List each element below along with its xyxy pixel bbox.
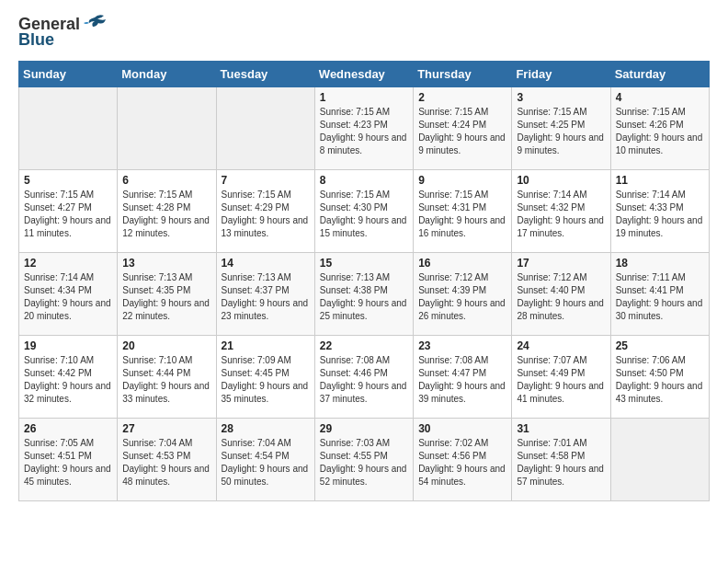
day-number: 25 [616, 339, 704, 352]
calendar-day-cell: 27Sunrise: 7:04 AM Sunset: 4:53 PM Dayli… [118, 419, 216, 501]
day-info: Sunrise: 7:15 AM Sunset: 4:30 PM Dayligh… [320, 189, 408, 240]
weekday-header-sunday: Sunday [19, 62, 118, 87]
calendar-week-row: 19Sunrise: 7:10 AM Sunset: 4:42 PM Dayli… [19, 336, 710, 419]
day-number: 22 [320, 339, 408, 352]
day-number: 21 [222, 339, 310, 352]
day-number: 26 [24, 422, 112, 435]
calendar-day-cell: 2Sunrise: 7:15 AM Sunset: 4:24 PM Daylig… [414, 87, 512, 170]
day-info: Sunrise: 7:15 AM Sunset: 4:24 PM Dayligh… [418, 106, 506, 157]
weekday-header-saturday: Saturday [610, 62, 709, 87]
calendar-day-cell [118, 87, 216, 170]
calendar-header-row: SundayMondayTuesdayWednesdayThursdayFrid… [19, 62, 710, 87]
day-info: Sunrise: 7:04 AM Sunset: 4:54 PM Dayligh… [222, 437, 310, 488]
calendar-week-row: 5Sunrise: 7:15 AM Sunset: 4:27 PM Daylig… [19, 170, 710, 253]
day-info: Sunrise: 7:10 AM Sunset: 4:42 PM Dayligh… [24, 354, 112, 406]
calendar-day-cell: 12Sunrise: 7:14 AM Sunset: 4:34 PM Dayli… [19, 253, 118, 336]
day-number: 13 [122, 257, 210, 270]
day-info: Sunrise: 7:14 AM Sunset: 4:33 PM Dayligh… [616, 189, 704, 240]
calendar-day-cell: 13Sunrise: 7:13 AM Sunset: 4:35 PM Dayli… [118, 253, 216, 336]
day-number: 24 [517, 339, 605, 352]
calendar-day-cell: 9Sunrise: 7:15 AM Sunset: 4:31 PM Daylig… [414, 170, 512, 253]
weekday-header-wednesday: Wednesday [314, 62, 413, 87]
day-number: 14 [222, 257, 310, 270]
calendar-day-cell [610, 419, 709, 501]
day-info: Sunrise: 7:15 AM Sunset: 4:31 PM Dayligh… [418, 189, 506, 240]
calendar-day-cell: 6Sunrise: 7:15 AM Sunset: 4:28 PM Daylig… [118, 170, 216, 253]
day-number: 12 [24, 257, 112, 270]
day-info: Sunrise: 7:06 AM Sunset: 4:50 PM Dayligh… [616, 354, 704, 406]
day-info: Sunrise: 7:15 AM Sunset: 4:27 PM Dayligh… [24, 189, 112, 240]
day-number: 4 [616, 91, 704, 104]
day-number: 18 [616, 257, 704, 270]
calendar-day-cell: 19Sunrise: 7:10 AM Sunset: 4:42 PM Dayli… [19, 336, 118, 419]
day-info: Sunrise: 7:05 AM Sunset: 4:51 PM Dayligh… [24, 437, 112, 488]
logo-bird-icon [82, 14, 108, 32]
calendar-day-cell [216, 87, 314, 170]
day-number: 8 [320, 174, 408, 187]
day-info: Sunrise: 7:15 AM Sunset: 4:25 PM Dayligh… [517, 106, 605, 157]
day-info: Sunrise: 7:11 AM Sunset: 4:41 PM Dayligh… [616, 271, 704, 323]
day-number: 30 [418, 422, 506, 435]
day-info: Sunrise: 7:13 AM Sunset: 4:37 PM Dayligh… [222, 271, 310, 323]
calendar-table: SundayMondayTuesdayWednesdayThursdayFrid… [18, 61, 710, 501]
day-number: 9 [418, 174, 506, 187]
calendar-day-cell: 15Sunrise: 7:13 AM Sunset: 4:38 PM Dayli… [314, 253, 413, 336]
calendar-day-cell: 7Sunrise: 7:15 AM Sunset: 4:29 PM Daylig… [216, 170, 314, 253]
logo: General Blue [18, 15, 108, 50]
calendar-day-cell: 4Sunrise: 7:15 AM Sunset: 4:26 PM Daylig… [610, 87, 709, 170]
day-number: 27 [122, 422, 210, 435]
calendar-day-cell: 10Sunrise: 7:14 AM Sunset: 4:32 PM Dayli… [512, 170, 610, 253]
calendar-day-cell: 17Sunrise: 7:12 AM Sunset: 4:40 PM Dayli… [512, 253, 610, 336]
day-number: 6 [122, 174, 210, 187]
calendar-day-cell: 18Sunrise: 7:11 AM Sunset: 4:41 PM Dayli… [610, 253, 709, 336]
day-number: 7 [222, 174, 310, 187]
day-info: Sunrise: 7:15 AM Sunset: 4:28 PM Dayligh… [122, 189, 210, 240]
calendar-day-cell: 29Sunrise: 7:03 AM Sunset: 4:55 PM Dayli… [314, 419, 413, 501]
day-number: 29 [320, 422, 408, 435]
day-info: Sunrise: 7:04 AM Sunset: 4:53 PM Dayligh… [122, 437, 210, 488]
calendar-day-cell: 20Sunrise: 7:10 AM Sunset: 4:44 PM Dayli… [118, 336, 216, 419]
day-number: 3 [517, 91, 605, 104]
calendar-day-cell: 1Sunrise: 7:15 AM Sunset: 4:23 PM Daylig… [314, 87, 413, 170]
day-info: Sunrise: 7:15 AM Sunset: 4:26 PM Dayligh… [616, 106, 704, 157]
day-info: Sunrise: 7:02 AM Sunset: 4:56 PM Dayligh… [418, 437, 506, 488]
day-number: 28 [222, 422, 310, 435]
day-info: Sunrise: 7:08 AM Sunset: 4:47 PM Dayligh… [418, 354, 506, 406]
calendar-day-cell: 16Sunrise: 7:12 AM Sunset: 4:39 PM Dayli… [414, 253, 512, 336]
day-number: 10 [517, 174, 605, 187]
day-info: Sunrise: 7:12 AM Sunset: 4:39 PM Dayligh… [418, 271, 506, 323]
calendar-day-cell: 14Sunrise: 7:13 AM Sunset: 4:37 PM Dayli… [216, 253, 314, 336]
day-number: 16 [418, 257, 506, 270]
day-number: 20 [122, 339, 210, 352]
page-header: General Blue [18, 15, 710, 50]
calendar-week-row: 26Sunrise: 7:05 AM Sunset: 4:51 PM Dayli… [19, 419, 710, 501]
day-info: Sunrise: 7:13 AM Sunset: 4:35 PM Dayligh… [122, 271, 210, 323]
day-info: Sunrise: 7:12 AM Sunset: 4:40 PM Dayligh… [517, 271, 605, 323]
calendar-day-cell: 8Sunrise: 7:15 AM Sunset: 4:30 PM Daylig… [314, 170, 413, 253]
day-number: 2 [418, 91, 506, 104]
calendar-day-cell: 25Sunrise: 7:06 AM Sunset: 4:50 PM Dayli… [610, 336, 709, 419]
calendar-day-cell: 11Sunrise: 7:14 AM Sunset: 4:33 PM Dayli… [610, 170, 709, 253]
day-info: Sunrise: 7:14 AM Sunset: 4:34 PM Dayligh… [24, 271, 112, 323]
calendar-day-cell: 26Sunrise: 7:05 AM Sunset: 4:51 PM Dayli… [19, 419, 118, 501]
day-info: Sunrise: 7:07 AM Sunset: 4:49 PM Dayligh… [517, 354, 605, 406]
calendar-day-cell: 31Sunrise: 7:01 AM Sunset: 4:58 PM Dayli… [512, 419, 610, 501]
weekday-header-thursday: Thursday [414, 62, 512, 87]
calendar-week-row: 12Sunrise: 7:14 AM Sunset: 4:34 PM Dayli… [19, 253, 710, 336]
calendar-day-cell: 30Sunrise: 7:02 AM Sunset: 4:56 PM Dayli… [414, 419, 512, 501]
day-info: Sunrise: 7:01 AM Sunset: 4:58 PM Dayligh… [517, 437, 605, 488]
day-number: 15 [320, 257, 408, 270]
day-number: 19 [24, 339, 112, 352]
day-info: Sunrise: 7:09 AM Sunset: 4:45 PM Dayligh… [222, 354, 310, 406]
day-info: Sunrise: 7:15 AM Sunset: 4:29 PM Dayligh… [222, 189, 310, 240]
calendar-day-cell: 24Sunrise: 7:07 AM Sunset: 4:49 PM Dayli… [512, 336, 610, 419]
day-number: 11 [616, 174, 704, 187]
day-number: 31 [517, 422, 605, 435]
calendar-day-cell: 28Sunrise: 7:04 AM Sunset: 4:54 PM Dayli… [216, 419, 314, 501]
day-info: Sunrise: 7:13 AM Sunset: 4:38 PM Dayligh… [320, 271, 408, 323]
calendar-week-row: 1Sunrise: 7:15 AM Sunset: 4:23 PM Daylig… [19, 87, 710, 170]
day-info: Sunrise: 7:10 AM Sunset: 4:44 PM Dayligh… [122, 354, 210, 406]
logo-blue-text: Blue [18, 30, 54, 50]
calendar-day-cell: 21Sunrise: 7:09 AM Sunset: 4:45 PM Dayli… [216, 336, 314, 419]
calendar-day-cell [19, 87, 118, 170]
